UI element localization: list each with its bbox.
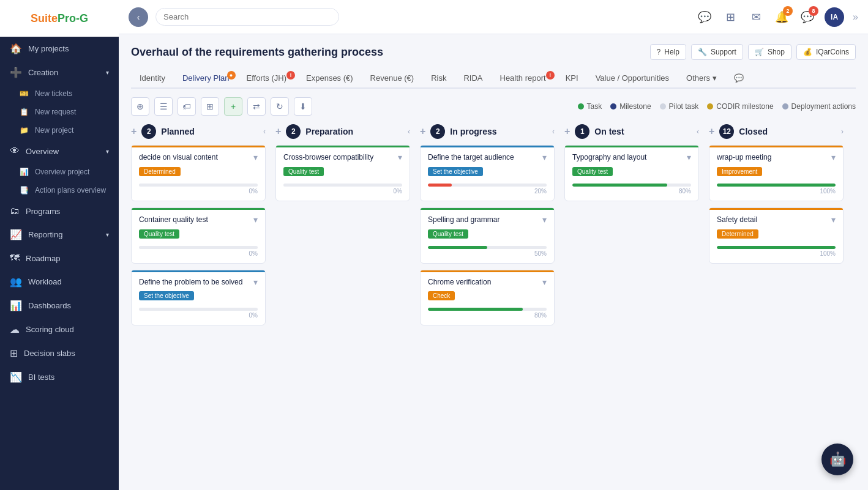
col-prev-on-test[interactable]: ‹: [697, 127, 699, 136]
tab-rida[interactable]: RIDA: [455, 69, 491, 89]
apps-icon[interactable]: ⊞: [722, 9, 739, 26]
tab-delivery-plan[interactable]: Delivery Plan ●: [174, 69, 238, 89]
list-view-button[interactable]: ☰: [154, 97, 173, 116]
sidebar-item-creation[interactable]: ➕ Creation ▾: [0, 61, 119, 84]
sidebar-item-new-tickets[interactable]: 🎫 New tickets: [0, 84, 119, 103]
tab-risk[interactable]: Risk: [422, 69, 455, 89]
col-add-closed[interactable]: +: [709, 126, 714, 137]
col-header-planned: + 2 Planned ‹: [131, 124, 266, 139]
sidebar-item-my-projects[interactable]: 🏠 My projects: [0, 37, 119, 61]
messages-icon[interactable]: 💬 8: [799, 9, 816, 26]
tag-button[interactable]: 🏷: [178, 97, 196, 116]
sidebar-item-label: Scoring cloud: [26, 325, 74, 334]
grid-icon: ⊞: [10, 347, 18, 359]
tab-value-opps[interactable]: Value / Opportunities: [587, 69, 678, 89]
shop-button[interactable]: 🛒 Shop: [748, 44, 791, 60]
refresh-button[interactable]: ↻: [271, 97, 289, 116]
tab-identity[interactable]: Identity: [131, 69, 174, 89]
expand-icon[interactable]: ▾: [253, 215, 258, 225]
export-button[interactable]: ⬇: [294, 97, 312, 116]
notification-count: 2: [783, 6, 793, 16]
iqarcoins-button[interactable]: 💰 IQarCoins: [796, 44, 856, 60]
progress-bar: [428, 246, 547, 249]
col-prev-in-progress[interactable]: ‹: [552, 127, 555, 136]
tab-efforts[interactable]: Efforts (JH) !: [238, 69, 298, 89]
expand-icon[interactable]: ▾: [687, 152, 691, 162]
search-input[interactable]: [155, 8, 339, 26]
swap-button[interactable]: ⇄: [247, 97, 266, 116]
tab-revenue[interactable]: Revenue (€): [362, 69, 423, 89]
chatbot-button[interactable]: 🤖: [821, 444, 853, 475]
sidebar-item-label: Overview: [26, 147, 59, 156]
tab-others[interactable]: Others ▾: [678, 69, 725, 89]
card-cross-browser[interactable]: Cross-browser compatibility ▾ Quality te…: [275, 145, 410, 201]
chat-icon[interactable]: 💬: [696, 9, 713, 26]
col-title-on-test: On test: [594, 127, 692, 136]
filter-add-button[interactable]: ⊕: [131, 97, 149, 116]
card-chrome-verification[interactable]: Chrome verification ▾ Check 80%: [420, 270, 555, 326]
main-content: ‹ 💬 ⊞ ✉ 🔔 2 💬 8 IA » Overhaul of the req…: [119, 0, 868, 490]
col-prev-planned[interactable]: ‹: [263, 127, 266, 136]
sidebar-item-dashboards[interactable]: 📊 Dashboards: [0, 294, 119, 317]
sidebar-item-workload[interactable]: 👥 Workload: [0, 270, 119, 294]
add-button[interactable]: +: [224, 97, 242, 116]
tab-health-report[interactable]: Health report !: [492, 69, 557, 89]
col-next-closed[interactable]: ›: [841, 127, 844, 136]
col-add-on-test[interactable]: +: [564, 126, 570, 137]
sidebar-item-bi-tests[interactable]: 📉 BI tests: [0, 365, 119, 389]
expand-icon[interactable]: ▾: [253, 277, 258, 287]
sidebar-item-roadmap[interactable]: 🗺 Roadmap: [0, 247, 119, 270]
collapse-sidebar-button[interactable]: »: [853, 12, 858, 23]
col-add-in-progress[interactable]: +: [420, 126, 425, 137]
card-define-problem[interactable]: Define the problem to be solved ▾ Set th…: [131, 270, 266, 326]
card-decide-visual[interactable]: decide on visual content ▾ Determined 0%: [131, 145, 266, 201]
card-title: Define the target audience: [428, 152, 539, 163]
card-wrapup-meeting[interactable]: wrap-up meeting ▾ Improvement 100%: [709, 145, 844, 201]
card-title: decide on visual content: [139, 152, 250, 163]
expand-icon[interactable]: ▾: [831, 152, 836, 162]
expand-icon[interactable]: ▾: [542, 215, 547, 225]
back-button[interactable]: ‹: [129, 7, 148, 27]
avatar[interactable]: IA: [825, 7, 844, 27]
support-button[interactable]: 🔧 Support: [691, 44, 743, 60]
col-prev-preparation[interactable]: ‹: [408, 127, 410, 136]
tab-chat[interactable]: 💬: [725, 69, 752, 89]
tab-kpi[interactable]: KPI: [557, 69, 587, 89]
card-target-audience[interactable]: Define the target audience ▾ Set the obj…: [420, 145, 555, 201]
sidebar-item-scoring-cloud[interactable]: ☁ Scoring cloud: [0, 317, 119, 341]
sidebar-item-decision-slabs[interactable]: ⊞ Decision slabs: [0, 341, 119, 365]
notification-bell[interactable]: 🔔 2: [773, 9, 790, 26]
logo[interactable]: SuitePro-G: [0, 0, 119, 37]
col-add-preparation[interactable]: +: [275, 126, 281, 137]
sidebar-sub-label: New project: [35, 126, 73, 135]
sidebar-item-overview[interactable]: 👁 Overview ▾: [0, 139, 119, 163]
expand-icon[interactable]: ▾: [831, 215, 836, 225]
card-spelling-grammar[interactable]: Spelling and grammar ▾ Quality test 50%: [420, 207, 555, 264]
help-button[interactable]: ? Help: [650, 44, 686, 60]
sidebar-item-new-request[interactable]: 📋 New request: [0, 103, 119, 121]
sidebar-item-overview-project[interactable]: 📊 Overview project: [0, 163, 119, 181]
card-typography-layout[interactable]: Typography and layout ▾ Quality test 80%: [564, 145, 699, 201]
sidebar-item-reporting[interactable]: 📈 Reporting ▾: [0, 223, 119, 247]
sidebar-item-label: Creation: [28, 68, 58, 77]
progress-bar: [139, 308, 258, 311]
sidebar-item-new-project[interactable]: 📁 New project: [0, 121, 119, 139]
expand-icon[interactable]: ▾: [253, 152, 258, 162]
expand-icon[interactable]: ▾: [398, 152, 402, 162]
progress-bar: [428, 184, 547, 187]
sidebar-item-programs[interactable]: 🗂 Programs: [0, 199, 119, 223]
mail-icon[interactable]: ✉: [747, 9, 765, 26]
sidebar-item-action-plans[interactable]: 📑 Action plans overview: [0, 181, 119, 199]
action-plans-icon: 📑: [20, 186, 29, 195]
card-safety-detail[interactable]: Safety detail ▾ Determined 100%: [709, 207, 844, 264]
col-add-planned[interactable]: +: [131, 126, 137, 137]
expand-icon[interactable]: ▾: [542, 277, 547, 287]
card-container-quality[interactable]: Container quality test ▾ Quality test 0%: [131, 207, 266, 264]
hierarchy-button[interactable]: ⊞: [201, 97, 219, 116]
tab-expenses[interactable]: Expenses (€): [297, 69, 362, 89]
pilot-task-dot: [660, 103, 666, 110]
expand-icon[interactable]: ▾: [542, 152, 547, 162]
overview-proj-icon: 📊: [20, 168, 29, 176]
logo-text: SuitePro-G: [31, 12, 88, 25]
card-title: wrap-up meeting: [717, 152, 828, 163]
